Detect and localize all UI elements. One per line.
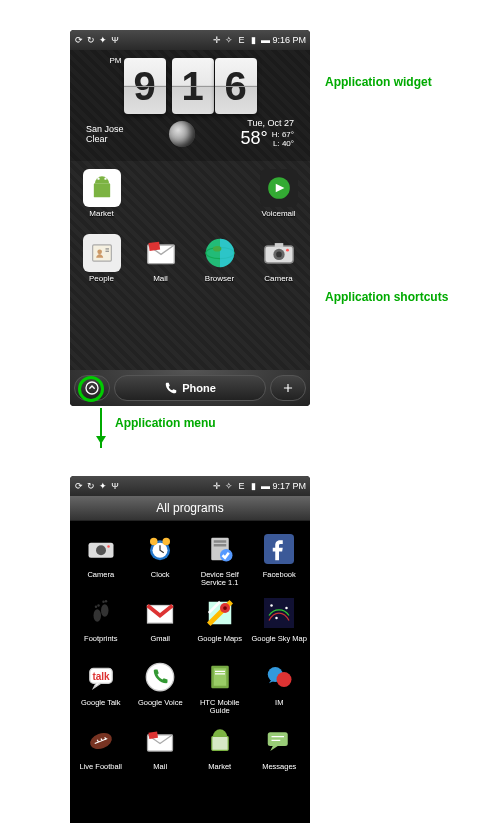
sync-icon: ⟳ (74, 481, 84, 491)
svg-point-53 (277, 672, 292, 687)
svg-point-25 (163, 538, 171, 546)
svg-point-40 (223, 606, 227, 610)
bottom-bar: Phone (70, 370, 310, 406)
svg-rect-9 (148, 242, 160, 251)
svg-point-5 (97, 250, 102, 255)
svg-rect-58 (212, 736, 228, 750)
svg-point-42 (271, 604, 274, 607)
program-app[interactable]: IM (251, 655, 309, 717)
app-mail[interactable]: Mail (133, 234, 188, 283)
market-icon (83, 169, 121, 207)
svg-point-43 (286, 607, 289, 610)
gps-icon: ✛ (212, 35, 222, 45)
program-app[interactable]: Gmail (132, 591, 190, 653)
phone-label: Phone (182, 382, 216, 394)
svg-rect-60 (272, 736, 285, 737)
program-app[interactable]: talkGoogle Talk (72, 655, 130, 717)
svg-rect-6 (105, 248, 109, 249)
svg-point-35 (102, 601, 105, 604)
program-app[interactable]: Google Maps (191, 591, 249, 653)
weather-city: San Jose (86, 124, 124, 134)
program-app[interactable]: Mail (132, 719, 190, 781)
callout-circle (78, 376, 104, 402)
weather-condition: Clear (86, 134, 124, 144)
svg-rect-51 (215, 673, 225, 674)
svg-point-20 (96, 545, 106, 555)
program-label: Facebook (263, 571, 296, 587)
svg-point-31 (93, 609, 101, 622)
svg-point-12 (212, 246, 221, 252)
clock-icon (140, 529, 180, 569)
program-app[interactable]: Google Sky Map (251, 591, 309, 653)
program-app[interactable]: Clock (132, 527, 190, 589)
data-icon: E (236, 35, 246, 45)
weather-high: H: 67° (272, 130, 294, 139)
all-programs-screen[interactable]: All programs CameraClockDevice Self Serv… (70, 496, 310, 823)
program-label: Camera (87, 571, 114, 587)
program-label: IM (275, 699, 283, 715)
app-label: Mail (153, 274, 168, 283)
svg-rect-27 (214, 540, 227, 543)
home-apps-row-1: Market Voicemail (70, 161, 310, 226)
status-time: 9:17 PM (272, 481, 306, 491)
weather-date: Tue, Oct 27 (240, 118, 294, 128)
phone-button[interactable]: Phone (114, 375, 266, 401)
add-button[interactable] (270, 375, 306, 401)
app-people[interactable]: People (74, 234, 129, 283)
facebook-icon (259, 529, 299, 569)
footprints-icon (81, 593, 121, 633)
moon-icon (169, 121, 195, 147)
program-app[interactable]: Facebook (251, 527, 309, 589)
weather-temp: 58° (240, 128, 267, 149)
program-app[interactable]: Camera (72, 527, 130, 589)
app-voicemail[interactable]: Voicemail (251, 169, 306, 218)
refresh-icon: ↻ (86, 35, 96, 45)
program-label: Market (208, 763, 231, 779)
market-icon (200, 721, 240, 761)
clock-weather-widget[interactable]: PM 9 1 6 San Jose Clear Tue, Oct (70, 50, 310, 161)
status-bar: ⟳ ↻ ✦ Ψ ✛ ✧ E ▮ ▬ 9:17 PM (70, 476, 310, 496)
google-sky-map-icon (259, 593, 299, 633)
app-label: Voicemail (261, 209, 295, 218)
app-label: Camera (264, 274, 292, 283)
svg-rect-50 (215, 671, 225, 672)
program-app[interactable]: Footprints (72, 591, 130, 653)
status-bar: ⟳ ↻ ✦ Ψ ✛ ✧ E ▮ ▬ 9:16 PM (70, 30, 310, 50)
program-app[interactable]: Market (191, 719, 249, 781)
svg-text:talk: talk (92, 671, 110, 682)
app-browser[interactable]: Browser (192, 234, 247, 283)
program-app[interactable]: HTC Mobile Guide (191, 655, 249, 717)
svg-point-2 (104, 178, 106, 180)
program-label: Google Maps (197, 635, 242, 651)
live-football-icon (81, 721, 121, 761)
flip-clock: PM 9 1 6 (78, 58, 302, 114)
app-market[interactable]: Market (74, 169, 129, 218)
program-app[interactable]: Messages (251, 719, 309, 781)
htc-mobile-guide-icon (200, 657, 240, 697)
clock-min-1: 1 (172, 58, 214, 114)
app-empty (192, 169, 247, 218)
svg-point-21 (107, 545, 110, 548)
app-camera[interactable]: Camera (251, 234, 306, 283)
program-label: Footprints (84, 635, 117, 651)
bird-icon: ✦ (98, 35, 108, 45)
program-app[interactable]: Google Voice (132, 655, 190, 717)
app-label: Browser (205, 274, 234, 283)
program-label: Device Self Service 1.1 (191, 571, 249, 587)
home-apps-row-2: People Mail Browser (70, 226, 310, 291)
weather-location: San Jose Clear (86, 124, 124, 144)
svg-rect-7 (105, 251, 109, 252)
usb-icon: Ψ (110, 35, 120, 45)
svg-point-36 (105, 600, 108, 603)
vibrate-icon: ✧ (224, 481, 234, 491)
signal-icon: ▮ (248, 35, 258, 45)
program-app[interactable]: Device Self Service 1.1 (191, 527, 249, 589)
svg-point-44 (276, 617, 279, 620)
mail-icon (140, 721, 180, 761)
home-screen[interactable]: PM 9 1 6 San Jose Clear Tue, Oct (70, 50, 310, 370)
browser-icon (201, 234, 239, 272)
program-app[interactable]: Live Football (72, 719, 130, 781)
program-label: Messages (262, 763, 296, 779)
weather-low: L: 40° (272, 139, 294, 148)
app-label: People (89, 274, 114, 283)
